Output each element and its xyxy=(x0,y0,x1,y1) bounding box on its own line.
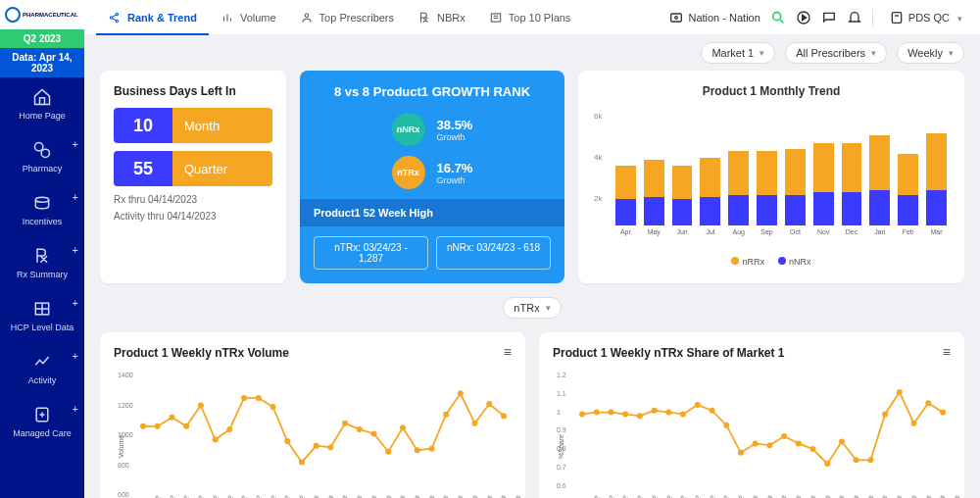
svg-point-73 xyxy=(867,457,873,463)
svg-point-50 xyxy=(472,421,478,426)
svg-rect-19 xyxy=(671,14,682,22)
svg-point-9 xyxy=(116,20,118,22)
svg-point-56 xyxy=(622,411,628,417)
sidebar: PHARMACEUTICAL Q2 2023 Data: Apr 14, 202… xyxy=(0,0,84,498)
tab-volume[interactable]: Volume xyxy=(209,0,288,35)
nav-label: Rx Summary xyxy=(17,270,68,279)
svg-point-35 xyxy=(256,395,262,401)
period-filter[interactable]: Weekly▾ xyxy=(897,42,964,64)
days-number: 10 xyxy=(114,108,172,143)
market-filter[interactable]: Market 1▾ xyxy=(701,42,775,64)
chart-title: Product 1 Weekly nTRx Volume xyxy=(114,346,512,360)
plus-icon: + xyxy=(73,244,78,256)
days-number: 55 xyxy=(114,151,172,186)
svg-point-52 xyxy=(501,413,507,419)
sidebar-item-incentives[interactable]: Incentives+ xyxy=(0,183,84,236)
svg-point-59 xyxy=(665,410,671,416)
growth-value: 16.7% xyxy=(437,161,473,175)
svg-point-74 xyxy=(882,411,888,417)
svg-point-15 xyxy=(305,13,309,16)
bar: Mar xyxy=(926,133,947,235)
svg-line-10 xyxy=(113,15,117,17)
svg-point-68 xyxy=(796,440,802,446)
svg-point-29 xyxy=(169,415,174,421)
svg-point-62 xyxy=(709,408,714,414)
metric-filter[interactable]: nTRx▾ xyxy=(503,297,561,319)
sidebar-item-rx-summary[interactable]: Rx Summary+ xyxy=(0,236,84,289)
filter-bar: Market 1▾ All Prescribers▾ Weekly▾ xyxy=(84,35,980,71)
pds-dropdown[interactable]: PDS QC xyxy=(883,8,968,27)
week-high-chip[interactable]: nTRx: 03/24/23 - 1,287 xyxy=(314,236,428,270)
monthly-trend-card: Product 1 Monthly Trend 2k4k6kAprMayJunJ… xyxy=(578,71,964,283)
legend-item: nNRx xyxy=(778,257,811,267)
svg-rect-16 xyxy=(491,13,500,21)
svg-point-63 xyxy=(723,423,729,428)
weekly-share-card: ≡ Product 1 Weekly nTRx Share of Market … xyxy=(539,332,964,498)
svg-point-31 xyxy=(198,403,204,409)
svg-marker-24 xyxy=(802,15,806,20)
logo: PHARMACEUTICAL xyxy=(0,0,84,29)
sidebar-item-hcp-level-data[interactable]: HCP Level Data+ xyxy=(0,289,84,342)
chart-title: Product 1 Monthly Trend xyxy=(592,84,951,98)
nav-label: Home Page xyxy=(19,111,66,121)
svg-point-0 xyxy=(35,143,43,151)
tab-top-10-plans[interactable]: Top 10 Plans xyxy=(477,0,583,35)
sidebar-item-home-page[interactable]: Home Page xyxy=(0,77,84,130)
nav-label: Managed Care xyxy=(13,428,72,438)
svg-point-43 xyxy=(371,430,377,436)
svg-point-54 xyxy=(594,410,600,416)
svg-point-70 xyxy=(824,461,830,467)
svg-point-69 xyxy=(810,446,816,452)
growth-title: 8 vs 8 Product1 GROWTH RANK xyxy=(314,84,551,99)
svg-point-30 xyxy=(183,423,189,429)
tab-nbrx[interactable]: NBRx xyxy=(406,0,477,35)
days-label: Quarter xyxy=(172,151,272,186)
nav-label: Pharmacy xyxy=(23,164,63,174)
svg-line-22 xyxy=(780,20,783,23)
bell-icon[interactable] xyxy=(847,10,862,25)
svg-point-71 xyxy=(839,439,845,445)
metric-circle: nTRx xyxy=(392,156,425,189)
svg-point-21 xyxy=(772,12,780,20)
prescribers-filter[interactable]: All Prescribers▾ xyxy=(785,42,887,64)
svg-point-65 xyxy=(753,440,759,446)
bar: Aug xyxy=(728,151,749,235)
days-label: Month xyxy=(172,108,272,143)
quarter-badge: Q2 2023 xyxy=(0,29,84,48)
sidebar-item-managed-care[interactable]: Managed Care+ xyxy=(0,395,84,448)
sidebar-item-pharmacy[interactable]: Pharmacy+ xyxy=(0,130,84,183)
svg-rect-25 xyxy=(892,12,901,23)
svg-point-57 xyxy=(637,413,643,419)
svg-point-77 xyxy=(925,400,931,406)
svg-point-1 xyxy=(41,149,49,157)
week-high-chip[interactable]: nNRx: 03/24/23 - 618 xyxy=(436,236,551,270)
play-icon[interactable] xyxy=(796,10,811,25)
bar: Nov xyxy=(813,143,834,235)
svg-point-8 xyxy=(116,13,118,15)
svg-point-44 xyxy=(385,449,391,455)
nav-label: Activity xyxy=(28,375,57,385)
sidebar-item-activity[interactable]: Activity+ xyxy=(0,342,84,395)
search-icon[interactable] xyxy=(770,10,786,25)
card-title: Business Days Left In xyxy=(114,84,272,98)
tab-top-prescribers[interactable]: Top Prescribers xyxy=(288,0,406,35)
nation-selector[interactable]: Nation - Nation xyxy=(668,10,760,25)
svg-point-76 xyxy=(911,421,917,426)
svg-point-48 xyxy=(443,412,449,418)
bar: Oct xyxy=(785,149,806,235)
chart-menu-icon[interactable]: ≡ xyxy=(943,344,951,360)
svg-point-67 xyxy=(781,433,787,439)
svg-point-32 xyxy=(213,437,219,443)
svg-point-55 xyxy=(608,410,613,416)
svg-point-49 xyxy=(458,390,464,396)
chat-icon[interactable] xyxy=(821,10,837,25)
growth-label: Growth xyxy=(437,175,473,185)
growth-value: 38.5% xyxy=(437,118,473,132)
weekly-volume-card: ≡ Product 1 Weekly nTRx Volume 600800100… xyxy=(100,332,525,498)
bar: Jun xyxy=(672,166,693,235)
business-days-card: Business Days Left In 10Month55Quarter R… xyxy=(100,71,286,283)
svg-point-42 xyxy=(357,426,363,432)
rx-thru-note: Rx thru 04/14/2023 xyxy=(114,194,272,205)
chart-menu-icon[interactable]: ≡ xyxy=(504,344,512,360)
tab-rank-trend[interactable]: Rank & Trend xyxy=(96,0,209,35)
